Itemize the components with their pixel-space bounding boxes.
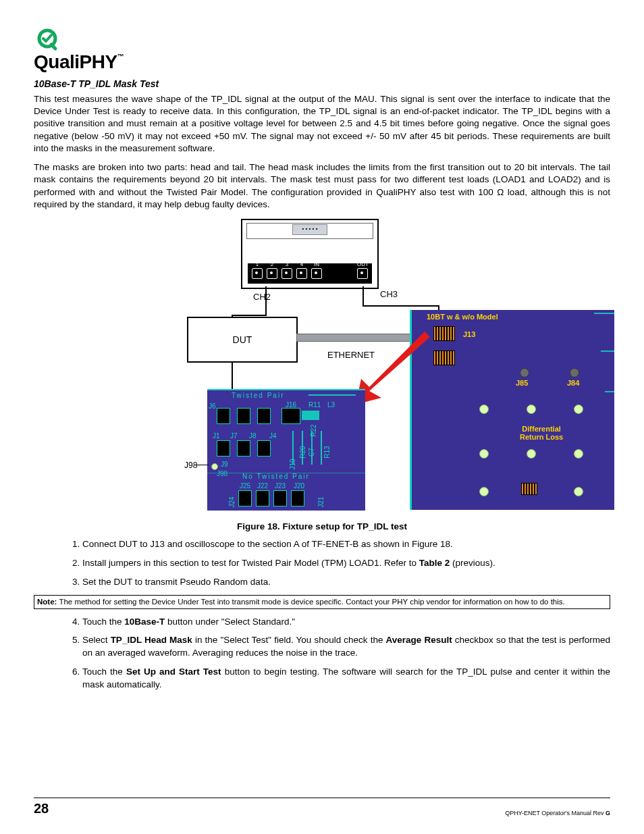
oscilloscope: • • • • • 1234IN OUT [241,219,379,289]
twisted-pair-subboard: Twisted Pair J6 J16 R11 L3 J1 J7 J8 J4 [207,389,365,511]
scope-port: OUT [357,261,368,281]
note-box: Note: The method for setting the Device … [34,595,610,609]
page-number: 28 [34,801,49,816]
dut-box: DUT [187,317,298,363]
figure-18: • • • • • 1234IN OUT CH2 CH3 DUT ETHERNE… [146,219,498,531]
brand-logo: QualiPHY™ [34,27,610,73]
label-j98: J98 [184,461,197,470]
fixture-board: 10BT w & w/o Model J13 J85 J84 Different… [410,310,614,510]
qualiphy-icon [34,27,61,54]
steps-list-a: Connect DUT to J13 and oscilloscope to t… [34,538,610,589]
scope-port: 4 [296,261,307,281]
steps-list-b: Touch the 10Base-T button under "Select … [34,616,610,692]
section-title: 10Base-T TP_IDL Mask Test [34,78,610,89]
paragraph: This test measures the wave shape of the… [34,93,610,155]
step-item: Connect DUT to J13 and oscilloscope to t… [82,538,610,551]
step-item: Touch the 10Base-T button under "Select … [82,616,610,629]
step-item: Install jumpers in this section to test … [82,557,610,570]
step-item: Set the DUT to transmit Pseudo Random da… [82,576,610,589]
figure-caption: Figure 18. Fixture setup for TP_IDL test [146,521,498,531]
scope-port: 3 [281,261,292,281]
step-item: Select TP_IDL Head Mask in the "Select T… [82,634,610,660]
paragraph: The masks are broken into two parts: hea… [34,161,610,211]
scope-port: IN [311,261,322,281]
scope-port: 2 [267,261,277,281]
label-ch3: CH3 [380,289,398,299]
scope-port: 1 [252,261,263,281]
page: QualiPHY™ 10Base-T TP_IDL Mask Test This… [0,0,644,834]
brand-name: QualiPHY™ [34,51,610,73]
svg-marker-1 [356,332,430,405]
label-ch2: CH2 [253,292,271,302]
footer-right: QPHY-ENET Operator's Manual Rev G [505,810,610,816]
page-footer: 28 QPHY-ENET Operator's Manual Rev G [34,798,610,816]
step-item: Touch the Set Up and Start Test button t… [82,666,610,692]
